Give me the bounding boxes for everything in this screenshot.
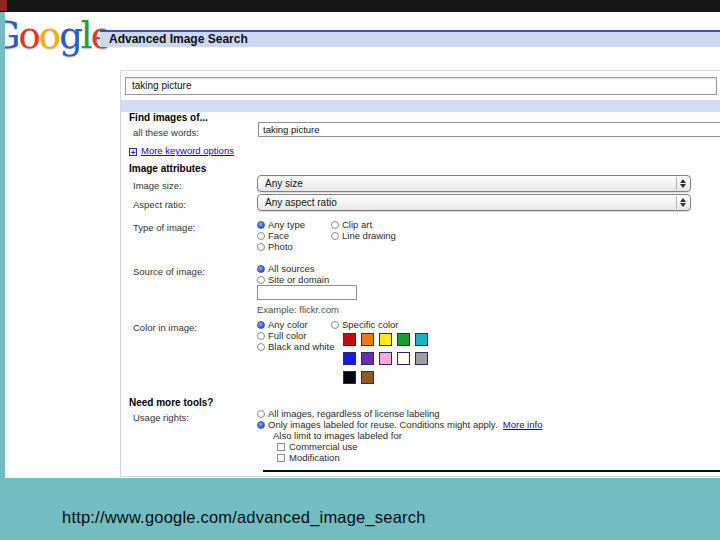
color-in-image-label: Color in image: [133,322,197,333]
google-logo[interactable]: Google [5,14,111,58]
image-size-select[interactable]: Any size [257,175,691,192]
combined-query-input[interactable]: taking picture [125,77,717,95]
stepper-up-icon [680,198,686,202]
swatch-teal[interactable] [415,333,428,346]
radio-face[interactable]: Face [257,230,305,241]
checkbox-icon[interactable] [277,443,285,451]
logo-letter: l [81,14,91,57]
image-size-value: Any size [265,178,303,189]
radio-clip-art[interactable]: Clip art [331,219,396,230]
checkbox-label: Commercial use [289,441,358,452]
logo-letter: G [5,14,19,57]
swatch-green[interactable] [397,333,410,346]
form-bottom-rule [263,470,720,472]
radio-label: Site or domain [268,274,329,285]
swatch-pink[interactable] [379,352,392,365]
radio-icon[interactable] [331,321,339,329]
swatch-white[interactable] [397,352,410,365]
select-stepper[interactable] [676,196,689,209]
browser-top-bar [0,0,720,12]
find-images-heading: Find images of... [129,112,208,123]
aspect-ratio-select[interactable]: Any aspect ratio [257,194,691,211]
swatch-orange[interactable] [361,333,374,346]
radio-icon[interactable] [257,232,265,240]
logo-letter: o [19,14,39,57]
radio-label: Full color [268,330,307,341]
slide-caption-url: http://www.google.com/advanced_image_sea… [62,508,426,527]
radio-icon[interactable] [257,276,265,284]
expand-plus-icon[interactable]: + [129,148,137,156]
radio-photo[interactable]: Photo [257,241,305,252]
radio-black-and-white[interactable]: Black and white [257,341,335,352]
also-limit-text: Also limit to images labeled for [273,430,542,441]
select-stepper[interactable] [676,177,689,190]
radio-label: Specific color [342,319,399,330]
swatch-gray[interactable] [415,352,428,365]
radio-icon[interactable] [257,321,265,329]
swatch-blue[interactable] [343,352,356,365]
radio-icon[interactable] [257,243,265,251]
radio-label: Black and white [268,341,335,352]
logo-letter: g [59,14,81,57]
radio-site-or-domain[interactable]: Site or domain [257,274,329,285]
stepper-up-icon [680,179,686,183]
radio-specific-color[interactable]: Specific color [331,319,399,330]
section-divider-band [121,100,720,112]
usage-rights-label: Usage rights: [133,412,189,423]
radio-icon[interactable] [257,421,265,429]
swatch-black[interactable] [343,371,356,384]
radio-icon[interactable] [331,221,339,229]
domain-example-text: Example: flickr.com [257,304,339,315]
swatch-brown[interactable] [361,371,374,384]
radio-icon[interactable] [331,232,339,240]
radio-label: Any color [268,319,308,330]
source-of-image-label: Source of image: [133,266,205,277]
radio-label: Line drawing [342,230,396,241]
site-domain-input[interactable] [257,285,357,300]
radio-icon[interactable] [257,410,265,418]
more-keyword-options-link[interactable]: +More keyword options [129,145,234,156]
logo-letter: o [39,14,59,57]
radio-label: Face [268,230,289,241]
radio-any-type[interactable]: Any type [257,219,305,230]
more-info-link[interactable]: More info [503,419,543,430]
type-of-image-label: Type of image: [133,222,195,233]
radio-label: All sources [268,263,314,274]
radio-icon[interactable] [257,221,265,229]
image-size-label: Image size: [133,180,182,191]
radio-labeled-for-reuse[interactable]: Only images labeled for reuse. Condition… [257,419,542,430]
checkbox-commercial-use[interactable]: Commercial use [277,441,542,452]
radio-icon[interactable] [257,265,265,273]
stepper-down-icon [680,203,686,207]
checkbox-icon[interactable] [277,454,285,462]
radio-full-color[interactable]: Full color [257,330,335,341]
more-keyword-options-label[interactable]: More keyword options [141,145,234,156]
radio-all-sources[interactable]: All sources [257,263,329,274]
radio-line-drawing[interactable]: Line drawing [331,230,396,241]
advanced-search-form: taking picture Find images of... all the… [120,70,720,477]
stepper-down-icon [680,184,686,188]
radio-label: All images, regardless of license labeli… [268,408,440,419]
aspect-ratio-value: Any aspect ratio [265,197,337,208]
aspect-ratio-label: Aspect ratio: [133,199,186,210]
page-title: Advanced Image Search [100,30,720,47]
checkbox-label: Modification [289,452,340,463]
swatch-red[interactable] [343,333,356,346]
color-swatch-grid [343,333,428,384]
slide: { "slide": { "background_color": "#73bcc… [0,0,720,540]
radio-all-images-license[interactable]: All images, regardless of license labeli… [257,408,542,419]
google-advanced-search-page: Google Advanced Image Search taking pict… [5,12,720,478]
swatch-purple[interactable] [361,352,374,365]
radio-any-color[interactable]: Any color [257,319,335,330]
radio-label: Only images labeled for reuse. Condition… [268,419,498,430]
checkbox-modification[interactable]: Modification [277,452,542,463]
swatch-yellow[interactable] [379,333,392,346]
image-attributes-heading: Image attributes [129,163,206,174]
all-these-words-input[interactable]: taking picture [258,122,720,137]
radio-label: Clip art [342,219,372,230]
radio-icon[interactable] [257,343,265,351]
window-close-chip[interactable] [0,0,7,11]
radio-label: Photo [268,241,293,252]
all-these-words-label: all these words: [133,127,199,138]
radio-icon[interactable] [257,332,265,340]
